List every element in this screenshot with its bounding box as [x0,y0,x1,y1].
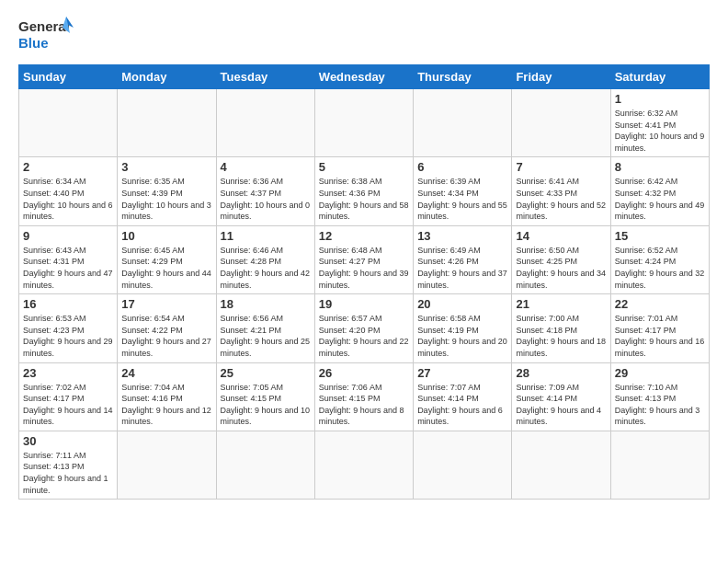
day-number: 2 [23,160,113,174]
calendar-cell: 27Sunrise: 7:07 AM Sunset: 4:14 PM Dayli… [414,362,512,431]
day-number: 18 [221,297,311,311]
day-number: 23 [23,366,113,380]
calendar-cell: 20Sunrise: 6:58 AM Sunset: 4:19 PM Dayli… [414,294,512,362]
svg-text:Blue: Blue [18,35,49,51]
calendar-cell: 17Sunrise: 6:54 AM Sunset: 4:22 PM Dayli… [118,294,216,362]
day-info: Sunrise: 7:07 AM Sunset: 4:14 PM Dayligh… [417,382,507,428]
weekday-header: Friday [512,65,610,89]
day-info: Sunrise: 6:36 AM Sunset: 4:37 PM Dayligh… [221,176,311,222]
calendar-cell: 23Sunrise: 7:02 AM Sunset: 4:17 PM Dayli… [19,362,118,431]
calendar-cell [118,431,216,499]
calendar-cell: 3Sunrise: 6:35 AM Sunset: 4:39 PM Daylig… [118,157,216,225]
header: General Blue [18,15,710,55]
day-info: Sunrise: 6:52 AM Sunset: 4:24 PM Dayligh… [615,245,705,291]
calendar-cell: 24Sunrise: 7:04 AM Sunset: 4:16 PM Dayli… [118,362,216,431]
calendar-cell: 29Sunrise: 7:10 AM Sunset: 4:13 PM Dayli… [610,362,709,431]
calendar-cell: 22Sunrise: 7:01 AM Sunset: 4:17 PM Dayli… [610,294,709,362]
calendar-cell: 16Sunrise: 6:53 AM Sunset: 4:23 PM Dayli… [19,294,118,362]
calendar-cell: 10Sunrise: 6:45 AM Sunset: 4:29 PM Dayli… [118,225,216,293]
calendar-cell: 7Sunrise: 6:41 AM Sunset: 4:33 PM Daylig… [512,157,610,225]
day-number: 19 [319,297,409,311]
day-number: 9 [23,229,113,243]
calendar-cell: 13Sunrise: 6:49 AM Sunset: 4:26 PM Dayli… [414,225,512,293]
weekday-header: Thursday [414,65,512,89]
day-number: 6 [417,160,507,174]
calendar-cell [314,431,413,499]
day-info: Sunrise: 6:57 AM Sunset: 4:20 PM Dayligh… [319,313,409,359]
day-number: 14 [516,229,606,243]
day-number: 1 [615,92,705,106]
calendar-cell: 6Sunrise: 6:39 AM Sunset: 4:34 PM Daylig… [414,157,512,225]
generalblue-logo: General Blue [18,15,74,55]
day-info: Sunrise: 6:46 AM Sunset: 4:28 PM Dayligh… [221,245,311,291]
weekday-header: Tuesday [216,65,314,89]
day-info: Sunrise: 7:04 AM Sunset: 4:16 PM Dayligh… [121,382,211,428]
calendar-cell: 30Sunrise: 7:11 AM Sunset: 4:13 PM Dayli… [19,431,118,499]
day-info: Sunrise: 7:11 AM Sunset: 4:13 PM Dayligh… [23,450,113,496]
day-number: 27 [417,366,507,380]
day-number: 30 [23,434,113,448]
day-info: Sunrise: 6:39 AM Sunset: 4:34 PM Dayligh… [417,176,507,222]
calendar-cell: 21Sunrise: 7:00 AM Sunset: 4:18 PM Dayli… [512,294,610,362]
page: General Blue SundayMondayTuesdayWednesda… [0,0,728,563]
calendar-week-row: 30Sunrise: 7:11 AM Sunset: 4:13 PM Dayli… [19,431,710,499]
calendar-cell: 11Sunrise: 6:46 AM Sunset: 4:28 PM Dayli… [216,225,314,293]
day-number: 22 [615,297,705,311]
day-number: 12 [319,229,409,243]
calendar-week-row: 23Sunrise: 7:02 AM Sunset: 4:17 PM Dayli… [19,362,710,431]
day-info: Sunrise: 7:05 AM Sunset: 4:15 PM Dayligh… [221,382,311,428]
weekday-header: Monday [118,65,216,89]
calendar-cell: 18Sunrise: 6:56 AM Sunset: 4:21 PM Dayli… [216,294,314,362]
day-number: 26 [319,366,409,380]
calendar-cell [414,89,512,157]
day-info: Sunrise: 6:53 AM Sunset: 4:23 PM Dayligh… [23,313,113,359]
calendar-cell: 12Sunrise: 6:48 AM Sunset: 4:27 PM Dayli… [314,225,413,293]
calendar-week-row: 16Sunrise: 6:53 AM Sunset: 4:23 PM Dayli… [19,294,710,362]
calendar-cell: 4Sunrise: 6:36 AM Sunset: 4:37 PM Daylig… [216,157,314,225]
day-info: Sunrise: 6:45 AM Sunset: 4:29 PM Dayligh… [121,245,211,291]
calendar-cell [314,89,413,157]
day-info: Sunrise: 7:09 AM Sunset: 4:14 PM Dayligh… [516,382,606,428]
day-info: Sunrise: 6:34 AM Sunset: 4:40 PM Dayligh… [23,176,113,222]
calendar-cell [610,431,709,499]
day-number: 24 [121,366,211,380]
day-number: 7 [516,160,606,174]
day-info: Sunrise: 6:41 AM Sunset: 4:33 PM Dayligh… [516,176,606,222]
day-info: Sunrise: 6:38 AM Sunset: 4:36 PM Dayligh… [319,176,409,222]
calendar-cell: 8Sunrise: 6:42 AM Sunset: 4:32 PM Daylig… [610,157,709,225]
day-info: Sunrise: 7:06 AM Sunset: 4:15 PM Dayligh… [319,382,409,428]
calendar-table: SundayMondayTuesdayWednesdayThursdayFrid… [18,64,710,500]
weekday-header: Sunday [19,65,118,89]
day-info: Sunrise: 6:48 AM Sunset: 4:27 PM Dayligh… [319,245,409,291]
day-number: 4 [221,160,311,174]
day-info: Sunrise: 6:35 AM Sunset: 4:39 PM Dayligh… [121,176,211,222]
day-info: Sunrise: 6:49 AM Sunset: 4:26 PM Dayligh… [417,245,507,291]
day-number: 8 [615,160,705,174]
calendar-cell: 26Sunrise: 7:06 AM Sunset: 4:15 PM Dayli… [314,362,413,431]
calendar-cell [118,89,216,157]
calendar-cell: 9Sunrise: 6:43 AM Sunset: 4:31 PM Daylig… [19,225,118,293]
calendar-cell: 15Sunrise: 6:52 AM Sunset: 4:24 PM Dayli… [610,225,709,293]
calendar-header-row: SundayMondayTuesdayWednesdayThursdayFrid… [19,65,710,89]
day-number: 11 [221,229,311,243]
day-info: Sunrise: 6:32 AM Sunset: 4:41 PM Dayligh… [615,108,705,154]
calendar-cell [19,89,118,157]
day-number: 3 [121,160,211,174]
calendar-cell: 19Sunrise: 6:57 AM Sunset: 4:20 PM Dayli… [314,294,413,362]
day-info: Sunrise: 6:42 AM Sunset: 4:32 PM Dayligh… [615,176,705,222]
calendar-cell [414,431,512,499]
calendar-cell: 28Sunrise: 7:09 AM Sunset: 4:14 PM Dayli… [512,362,610,431]
day-number: 28 [516,366,606,380]
day-info: Sunrise: 6:50 AM Sunset: 4:25 PM Dayligh… [516,245,606,291]
day-number: 10 [121,229,211,243]
day-number: 20 [417,297,507,311]
weekday-header: Saturday [610,65,709,89]
calendar-week-row: 2Sunrise: 6:34 AM Sunset: 4:40 PM Daylig… [19,157,710,225]
svg-text:General: General [18,18,70,34]
day-info: Sunrise: 7:02 AM Sunset: 4:17 PM Dayligh… [23,382,113,428]
calendar-cell: 14Sunrise: 6:50 AM Sunset: 4:25 PM Dayli… [512,225,610,293]
calendar-cell [512,431,610,499]
calendar-cell: 1Sunrise: 6:32 AM Sunset: 4:41 PM Daylig… [610,89,709,157]
day-number: 15 [615,229,705,243]
calendar-cell [512,89,610,157]
